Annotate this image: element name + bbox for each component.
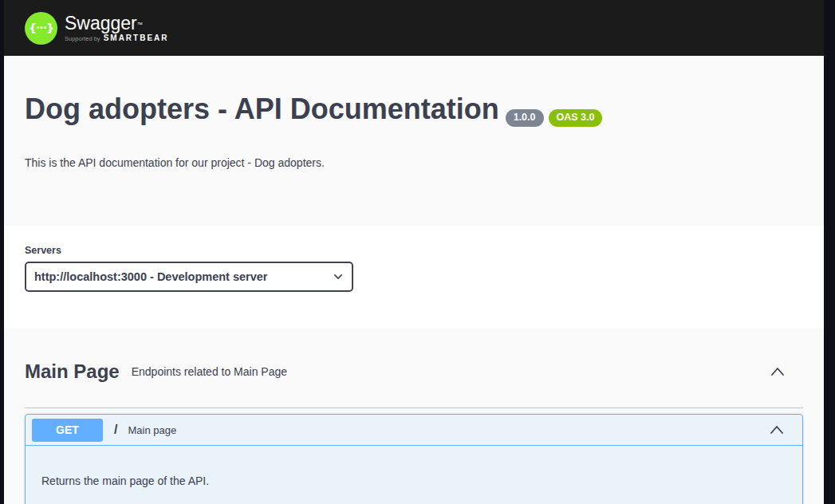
page-title: Dog adopters - API Documentation1.0.0OAS… — [25, 92, 803, 128]
version-badge: 1.0.0 — [506, 109, 544, 127]
servers-section: Servers http://localhost:3000 - Developm… — [4, 226, 824, 329]
operations-section: Main Page Endpoints related to Main Page… — [4, 329, 824, 504]
supported-by: Supported by SMARTBEAR — [65, 33, 169, 42]
topbar: {···} Swagger™ Supported by SMARTBEAR — [4, 0, 824, 56]
section-title: Main Page — [25, 360, 120, 383]
swagger-ui-page: {···} Swagger™ Supported by SMARTBEAR Do… — [4, 0, 824, 504]
smartbear-logo-text: SMARTBEAR — [104, 33, 169, 42]
chevron-up-icon[interactable] — [769, 424, 785, 435]
operation-description: Returns the main page of the API. — [41, 474, 786, 487]
operation-path: / — [114, 423, 117, 437]
section-header-main-page[interactable]: Main Page Endpoints related to Main Page — [25, 329, 803, 408]
api-description: This is the API documentation for our pr… — [25, 156, 803, 169]
swagger-wordmark: Swagger™ Supported by SMARTBEAR — [65, 14, 169, 42]
oas-badge: OAS 3.0 — [549, 109, 603, 127]
info-section: Dog adopters - API Documentation1.0.0OAS… — [4, 56, 824, 226]
operation-block-get-root: GET / Main page Returns the main page of… — [25, 414, 803, 504]
http-method-badge: GET — [32, 419, 103, 442]
operation-body: Returns the main page of the API. — [26, 446, 802, 504]
servers-label: Servers — [25, 245, 803, 256]
swagger-logo-icon: {···} — [25, 12, 57, 45]
title-badges: 1.0.0OAS 3.0 — [506, 93, 603, 128]
chevron-up-icon[interactable] — [770, 366, 786, 377]
swagger-logo[interactable]: {···} Swagger™ Supported by SMARTBEAR — [25, 12, 169, 45]
servers-select[interactable]: http://localhost:3000 - Development serv… — [25, 262, 353, 292]
supported-by-prefix: Supported by — [65, 35, 100, 42]
server-select-wrapper: http://localhost:3000 - Development serv… — [25, 262, 353, 292]
operation-summary-text: Main page — [128, 424, 176, 436]
section-description: Endpoints related to Main Page — [132, 365, 287, 378]
operation-summary-row[interactable]: GET / Main page — [26, 415, 802, 446]
trademark-symbol: ™ — [137, 22, 143, 27]
brand-name: Swagger™ — [65, 14, 169, 33]
